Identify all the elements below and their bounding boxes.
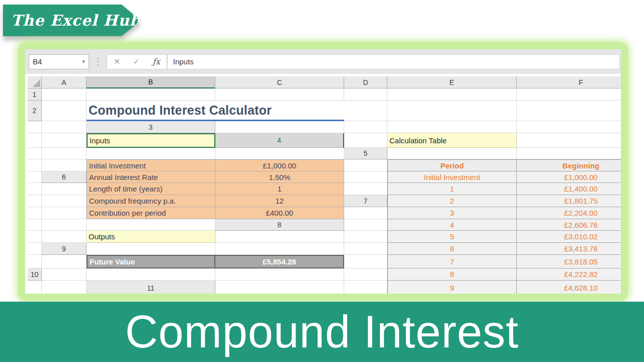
cell-input-value[interactable]: 12	[215, 195, 344, 207]
cell-input-label[interactable]: Length of time (years)	[87, 183, 215, 195]
calc-table-period-cell[interactable]: Initial Investment	[387, 171, 517, 183]
cell[interactable]	[215, 268, 344, 281]
cell[interactable]	[28, 148, 42, 159]
cell[interactable]	[42, 148, 87, 159]
cell[interactable]	[517, 88, 621, 101]
cell[interactable]	[28, 159, 42, 171]
calc-table-period-cell[interactable]: 4	[387, 219, 517, 231]
cell[interactable]	[344, 281, 387, 294]
cell-sheet-title[interactable]: Compound Interest Calculator	[87, 101, 344, 121]
cell[interactable]	[28, 231, 42, 243]
calc-table-beginning-cell[interactable]: £4,222.82	[517, 268, 621, 281]
cell[interactable]	[42, 159, 87, 171]
cell[interactable]	[42, 88, 87, 101]
cell[interactable]	[28, 255, 42, 268]
cell[interactable]	[387, 148, 517, 159]
cell[interactable]	[28, 243, 42, 255]
cell[interactable]	[517, 101, 621, 121]
cell[interactable]	[87, 268, 215, 281]
cell[interactable]	[42, 219, 87, 231]
cell[interactable]	[42, 231, 87, 243]
cell[interactable]	[28, 133, 42, 148]
calc-table-header-period[interactable]: Period	[387, 159, 517, 171]
column-header-A[interactable]: A	[42, 76, 87, 88]
cell[interactable]	[344, 219, 387, 231]
cell[interactable]	[344, 255, 387, 268]
calc-table-period-cell[interactable]: 5	[387, 231, 517, 243]
cell-outputs-label[interactable]: Outputs	[87, 231, 215, 243]
column-header-D[interactable]: D	[344, 76, 387, 88]
cell-input-value[interactable]: £400.00	[215, 207, 344, 219]
calc-table-beginning-cell[interactable]: £3,413.78	[517, 243, 621, 255]
cell[interactable]	[344, 133, 387, 148]
cell[interactable]	[87, 219, 215, 231]
cell[interactable]	[344, 268, 387, 281]
calc-table-period-cell[interactable]: 8	[387, 268, 517, 281]
cell-future-value[interactable]: £5,854.28	[215, 255, 344, 268]
cell[interactable]	[42, 268, 87, 281]
cell[interactable]	[42, 207, 87, 219]
cell[interactable]	[28, 171, 42, 183]
row-header-3[interactable]: 3	[87, 121, 215, 133]
calc-table-period-cell[interactable]: 2	[387, 195, 517, 207]
cell[interactable]	[344, 207, 387, 219]
cell[interactable]	[215, 121, 344, 133]
cell[interactable]	[344, 101, 387, 121]
cell-inputs-label[interactable]: Inputs	[87, 133, 215, 148]
cell[interactable]	[87, 148, 215, 159]
formula-bar[interactable]: Inputs	[167, 54, 620, 69]
cell-input-label[interactable]: Annual Interest Rate	[87, 171, 215, 183]
cell[interactable]	[42, 183, 87, 195]
cell[interactable]	[387, 88, 517, 101]
cell[interactable]	[28, 121, 42, 133]
cell[interactable]	[517, 148, 621, 159]
cell[interactable]	[344, 121, 387, 133]
row-header-2[interactable]: 2	[28, 101, 42, 121]
calc-table-header-beginning[interactable]: Beginning	[517, 159, 621, 171]
cell[interactable]	[87, 88, 215, 101]
chevron-down-icon[interactable]: ▾	[82, 58, 85, 65]
column-header-C[interactable]: C	[215, 76, 344, 88]
row-header-5[interactable]: 5	[344, 148, 387, 159]
cell[interactable]	[215, 243, 344, 255]
calc-table-period-cell[interactable]: 7	[387, 255, 517, 268]
cell[interactable]	[215, 231, 344, 243]
cell-input-label[interactable]: Initial Investment	[87, 159, 215, 171]
calc-table-period-cell[interactable]: 3	[387, 207, 517, 219]
cell[interactable]	[28, 195, 42, 207]
cell[interactable]	[215, 281, 344, 294]
cell[interactable]	[42, 281, 87, 294]
calc-table-beginning-cell[interactable]: £3,818.05	[517, 255, 621, 268]
calc-table-period-cell[interactable]: 1	[387, 183, 517, 195]
cell[interactable]	[42, 195, 87, 207]
calc-table-beginning-cell[interactable]: £2,204.00	[517, 207, 621, 219]
calc-table-period-cell[interactable]: 6	[387, 243, 517, 255]
cell[interactable]	[387, 121, 517, 133]
insert-function-icon[interactable]: ƒx	[152, 57, 160, 66]
row-header-9[interactable]: 9	[42, 243, 87, 255]
cell[interactable]	[344, 171, 387, 183]
cell[interactable]	[42, 101, 87, 121]
cell-input-value[interactable]: £1,000.00	[215, 159, 344, 171]
cell[interactable]	[387, 101, 517, 121]
row-header-11[interactable]: 11	[87, 281, 215, 294]
calc-table-beginning-cell[interactable]: £2,606.76	[517, 219, 621, 231]
cell[interactable]	[42, 121, 87, 133]
cell[interactable]	[344, 88, 387, 101]
cell[interactable]	[344, 231, 387, 243]
cell-input-value[interactable]: 1	[215, 183, 344, 195]
cell[interactable]	[42, 133, 87, 148]
cell-input-label[interactable]: Compound frequency p.a.	[87, 195, 215, 207]
cell[interactable]	[28, 183, 42, 195]
cell[interactable]	[28, 281, 42, 294]
row-header-7[interactable]: 7	[344, 195, 387, 207]
cell[interactable]	[215, 148, 344, 159]
calc-table-beginning-cell[interactable]: £1,000.00	[517, 171, 621, 183]
enter-icon[interactable]: ✓	[133, 57, 140, 66]
cell[interactable]	[344, 243, 387, 255]
row-header-8[interactable]: 8	[215, 219, 344, 231]
row-header-4[interactable]: 4	[215, 133, 344, 148]
calc-table-period-cell[interactable]: 9	[387, 281, 517, 294]
cell[interactable]	[28, 207, 42, 219]
calc-table-beginning-cell[interactable]: £1,801.75	[517, 195, 621, 207]
